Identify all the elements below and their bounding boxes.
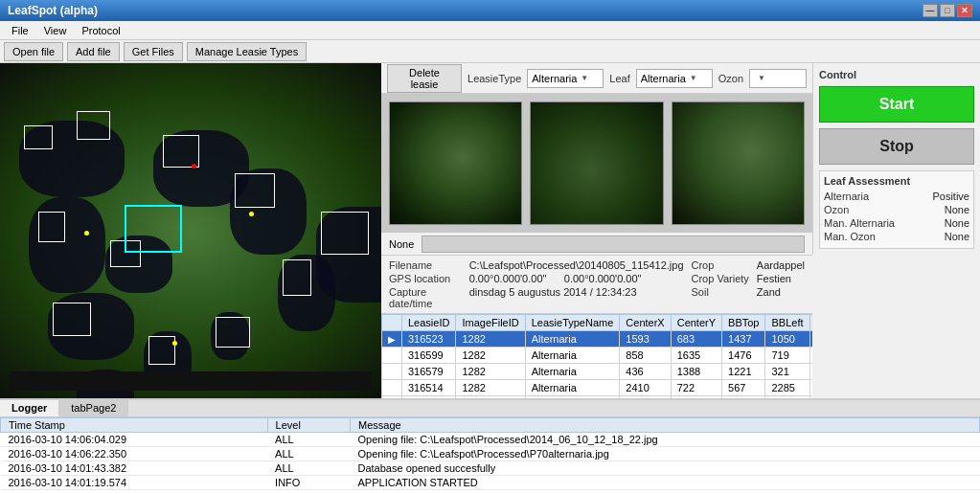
image-thumb-2[interactable] — [530, 101, 663, 225]
manage-leasie-types-button[interactable]: Manage Leasie Types — [187, 42, 307, 61]
assessment-row: Man. Alternaria None — [824, 217, 969, 229]
close-button[interactable]: ✕ — [957, 4, 972, 17]
filename-label: Filename — [389, 259, 462, 271]
row-bbleft: 2285 — [765, 380, 809, 396]
soil-value: Zand — [757, 286, 805, 309]
log-table-container[interactable]: Time Stamp Level Message 2016-03-10 14:0… — [0, 417, 980, 494]
log-time: 2016-03-10 14:06:22.350 — [1, 447, 268, 461]
get-files-button[interactable]: Get Files — [124, 42, 183, 61]
gps-label: GPS location — [389, 273, 462, 284]
row-cx: 2410 — [620, 380, 671, 396]
row-bbtop: 1221 — [722, 364, 765, 380]
none-field[interactable] — [422, 236, 805, 253]
menu-file[interactable]: File — [4, 23, 36, 38]
table-row[interactable]: ▶ 316523 1282 Alternaria 1593 683 1437 1… — [382, 331, 813, 348]
file-info: Filename C:\Leafspot\Processed\20140805_… — [381, 256, 812, 314]
row-cy: 1635 — [671, 348, 721, 364]
minimize-button[interactable]: — — [923, 4, 938, 17]
none-bar: None — [381, 233, 812, 256]
add-file-button[interactable]: Add file — [67, 42, 120, 61]
log-row: 2016-03-10 14:06:22.350 ALL Opening file… — [1, 447, 980, 461]
table-row[interactable]: 316533 1282 Alternaria 846 978 809 727 1… — [382, 396, 813, 399]
menu-view[interactable]: View — [36, 23, 75, 38]
row-arrow — [382, 348, 402, 364]
assessment-row: Ozon None — [824, 204, 969, 215]
row-cx: 846 — [620, 396, 671, 399]
row-cy: 978 — [671, 396, 721, 399]
tab-logger[interactable]: Logger — [0, 400, 59, 416]
top-controls-bar: Delete leasie LeasieType Alternaria Leaf… — [381, 63, 812, 94]
col-header-centery[interactable]: CenterY — [671, 315, 721, 331]
row-bbtop: 809 — [722, 396, 765, 399]
main-right-content: Delete leasie LeasieType Alternaria Leaf… — [381, 63, 812, 398]
row-type: Alternaria — [525, 331, 620, 348]
col-header-leasieid[interactable]: LeasieID — [402, 315, 456, 331]
leasie-type-combo[interactable]: Alternaria — [527, 69, 604, 88]
data-table-container[interactable]: LeasieID ImageFileID LeasieTypeName Cent… — [381, 314, 812, 398]
row-arrow — [382, 380, 402, 396]
log-time: 2016-03-10 14:01:43.382 — [1, 461, 268, 476]
row-type: Alternaria — [525, 348, 620, 364]
row-bbbot: 1795 — [809, 348, 812, 364]
col-header-imagefileid[interactable]: ImageFileID — [456, 315, 525, 331]
log-level: ALL — [267, 461, 350, 476]
ozon-label: Ozon — [718, 73, 743, 84]
leaf-combo[interactable]: Alternaria — [636, 69, 713, 88]
log-level: INFO — [267, 476, 350, 490]
assessment-value: None — [945, 217, 969, 229]
scale-bar — [10, 371, 372, 391]
log-col-time: Time Stamp — [1, 418, 268, 433]
log-level: ALL — [267, 433, 350, 447]
row-bbbot: 1050 — [809, 331, 812, 348]
right-panel-wrapper: Delete leasie LeasieType Alternaria Leaf… — [381, 63, 980, 398]
assessment-key: Ozon — [824, 204, 849, 215]
table-row[interactable]: 316514 1282 Alternaria 2410 722 567 2285… — [382, 380, 813, 396]
log-row: 2016-03-10 14:06:04.029 ALL Opening file… — [1, 433, 980, 447]
log-level: ALL — [267, 447, 350, 461]
image-thumb-1[interactable] — [389, 101, 522, 225]
col-header-leasietypename[interactable]: LeasieTypeName — [525, 315, 620, 331]
crop-label: Crop — [692, 259, 749, 271]
menu-bar: File View Protocol — [0, 21, 980, 40]
start-button[interactable]: Start — [819, 86, 974, 123]
leaf-label: Leaf — [609, 73, 629, 84]
row-bbleft: 727 — [765, 396, 809, 399]
col-header-bbleft[interactable]: BBLeft — [765, 315, 809, 331]
tabs-bar: Logger tabPage2 — [0, 400, 980, 417]
menu-protocol[interactable]: Protocol — [74, 23, 127, 38]
row-cx: 858 — [620, 348, 671, 364]
image-thumb-3[interactable] — [672, 101, 805, 225]
tab-page2[interactable]: tabPage2 — [59, 400, 128, 416]
leaf-assessment-title: Leaf Assessment — [824, 175, 969, 187]
col-header-centerx[interactable]: CenterX — [620, 315, 671, 331]
leaf-assessment: Leaf Assessment Alternaria Positive Ozon… — [819, 170, 974, 249]
log-time: 2016-03-10 14:06:04.029 — [1, 433, 268, 447]
gps-value: 0.00°0.000'0.00" 0.00°0.000'0.00" — [469, 273, 684, 284]
right-panel: Delete leasie LeasieType Alternaria Leaf… — [381, 63, 980, 398]
toolbar: Open file Add file Get Files Manage Leas… — [0, 40, 980, 63]
ozon-combo[interactable] — [749, 69, 807, 88]
title-bar: LeafSpot (alpha) — □ ✕ — [0, 0, 980, 21]
open-file-button[interactable]: Open file — [4, 42, 63, 61]
table-row[interactable]: 316579 1282 Alternaria 436 1388 1221 321… — [382, 364, 813, 380]
row-img-id: 1282 — [456, 364, 525, 380]
table-row[interactable]: 316599 1282 Alternaria 858 1635 1476 719… — [382, 348, 813, 364]
maximize-button[interactable]: □ — [940, 4, 955, 17]
row-bbbot: 1555 — [809, 364, 812, 380]
row-type: Alternaria — [525, 380, 620, 396]
log-message: Database opened succesfully — [351, 461, 980, 476]
leasie-type-label: LeasieType — [467, 73, 521, 84]
control-label: Control — [819, 69, 974, 80]
col-header-bbbottom[interactable]: BBBottom — [809, 315, 812, 331]
stop-button[interactable]: Stop — [819, 128, 974, 165]
crop-variety-label: Crop Variety — [692, 273, 749, 284]
image-strip — [381, 94, 812, 233]
log-message: Opening file: C:\Leafspot\Processed\2014… — [351, 433, 980, 447]
row-arrow — [382, 364, 402, 380]
log-col-level: Level — [267, 418, 350, 433]
row-bbbot: 877 — [809, 380, 812, 396]
assessment-key: Man. Ozon — [824, 231, 876, 242]
delete-leasie-button[interactable]: Delete leasie — [387, 64, 462, 93]
row-arrow: ▶ — [382, 331, 402, 348]
col-header-bbtop[interactable]: BBTop — [722, 315, 765, 331]
